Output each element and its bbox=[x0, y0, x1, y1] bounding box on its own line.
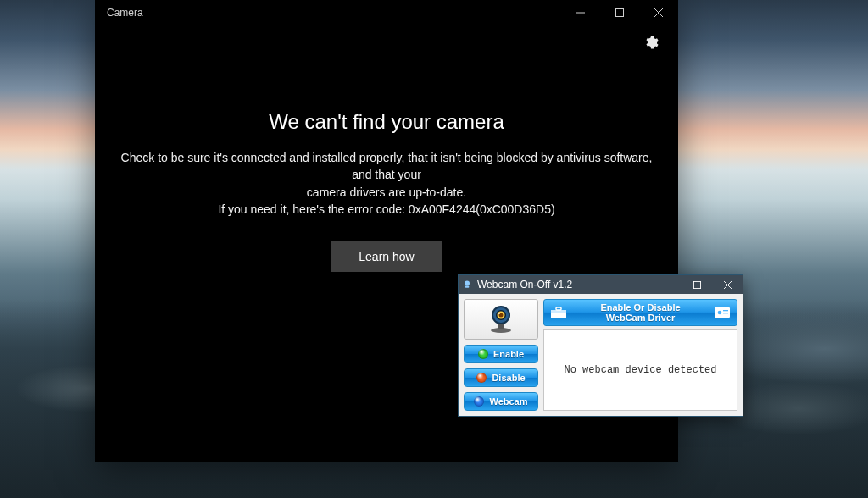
svg-point-17 bbox=[498, 313, 500, 314]
svg-rect-7 bbox=[693, 281, 700, 288]
webcam-tool-header-text: Enable Or Disable WebCam Driver bbox=[573, 302, 708, 323]
webcam-tool-left-column: Enable Disable Webcam bbox=[464, 299, 538, 411]
webcam-label: Webcam bbox=[489, 396, 527, 407]
svg-rect-1 bbox=[616, 9, 624, 17]
maximize-icon bbox=[693, 281, 701, 289]
enable-label: Enable bbox=[493, 349, 524, 359]
disable-label: Disable bbox=[492, 373, 525, 383]
close-icon bbox=[724, 281, 732, 289]
webcam-icon bbox=[484, 305, 518, 334]
camera-msg-line2: camera drivers are up-to-date. bbox=[112, 184, 661, 201]
webcam-preview-box[interactable] bbox=[464, 299, 538, 340]
disable-dot-icon bbox=[476, 373, 487, 383]
tool-minimize-button[interactable] bbox=[651, 275, 682, 294]
disable-button[interactable]: Disable bbox=[464, 368, 538, 387]
webcam-tool-app-icon bbox=[459, 275, 476, 294]
webcam-status-text: No webcam device detected bbox=[564, 364, 716, 376]
settings-button[interactable] bbox=[637, 29, 665, 56]
toolbox-icon bbox=[549, 303, 568, 322]
svg-point-22 bbox=[718, 311, 722, 315]
camera-msg-line1: Check to be sure it's connected and inst… bbox=[121, 151, 653, 181]
svg-rect-20 bbox=[556, 307, 561, 310]
camera-error-code-line: If you need it, here's the error code: 0… bbox=[218, 202, 554, 216]
learn-how-button[interactable]: Learn how bbox=[331, 241, 442, 272]
webcam-dot-icon bbox=[474, 396, 484, 407]
webcam-button[interactable]: Webcam bbox=[464, 392, 538, 411]
svg-point-4 bbox=[465, 281, 470, 286]
camera-error-heading: We can't find your camera bbox=[269, 110, 504, 134]
webcam-status-box: No webcam device detected bbox=[543, 329, 737, 411]
camera-title-text: Camera bbox=[107, 7, 561, 19]
webcam-tool-window: Webcam On-Off v1.2 bbox=[458, 274, 743, 417]
enable-dot-icon bbox=[478, 349, 488, 359]
header-line1: Enable Or Disable bbox=[600, 302, 680, 313]
camera-error-code: 0xA00F4244(0xC00D36D5) bbox=[409, 202, 555, 216]
close-icon bbox=[654, 8, 663, 17]
camera-titlebar[interactable]: Camera bbox=[95, 0, 678, 25]
maximize-icon bbox=[615, 8, 624, 17]
webcam-tool-header: Enable Or Disable WebCam Driver bbox=[543, 299, 737, 326]
minimize-icon bbox=[576, 8, 585, 17]
webcam-tool-body: Enable Disable Webcam Enable Or Disable … bbox=[459, 294, 743, 416]
maximize-button[interactable] bbox=[600, 0, 639, 25]
svg-rect-24 bbox=[723, 313, 728, 313]
svg-rect-11 bbox=[498, 324, 504, 329]
minimize-icon bbox=[663, 281, 670, 289]
svg-rect-5 bbox=[465, 286, 470, 288]
header-line2: WebCam Driver bbox=[606, 313, 676, 323]
minimize-button[interactable] bbox=[561, 0, 600, 25]
webcam-tool-title-text: Webcam On-Off v1.2 bbox=[476, 279, 651, 290]
camera-error-prefix: If you need it, here's the error code: bbox=[218, 202, 408, 216]
camera-toolbar bbox=[95, 25, 678, 59]
webcam-tool-right-column: Enable Or Disable WebCam Driver No webca… bbox=[543, 299, 737, 411]
tool-close-button[interactable] bbox=[712, 275, 743, 294]
enable-button[interactable]: Enable bbox=[464, 345, 538, 363]
svg-rect-23 bbox=[723, 310, 728, 311]
gear-icon bbox=[643, 35, 659, 50]
camera-error-message: Check to be sure it's connected and inst… bbox=[112, 149, 661, 201]
tool-maximize-button[interactable] bbox=[682, 275, 712, 294]
id-card-icon bbox=[713, 303, 732, 322]
webcam-tool-titlebar[interactable]: Webcam On-Off v1.2 bbox=[459, 275, 743, 294]
close-button[interactable] bbox=[639, 0, 678, 25]
